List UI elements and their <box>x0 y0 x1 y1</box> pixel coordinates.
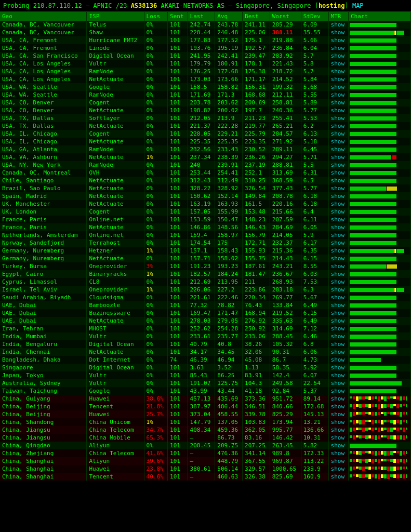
mtr-cell[interactable]: show <box>328 449 348 457</box>
mtr-cell[interactable]: show <box>328 340 348 348</box>
isp-cell: Oneprovider <box>87 262 144 270</box>
mtr-cell[interactable]: show <box>328 21 348 29</box>
mtr-cell[interactable]: show <box>328 208 348 216</box>
mtr-cell[interactable]: show <box>328 177 348 184</box>
mtr-cell[interactable]: show <box>328 184 348 192</box>
mtr-cell[interactable]: show <box>328 262 348 270</box>
mtr-cell[interactable]: show <box>328 52 348 60</box>
stdev-cell: 5.77 <box>301 107 328 114</box>
mtr-cell[interactable]: show <box>328 130 348 138</box>
mtr-cell[interactable]: show <box>328 270 348 278</box>
mtr-cell[interactable]: show <box>328 99 348 107</box>
best-cell: 175.38 <box>243 68 270 75</box>
mtr-cell[interactable]: show <box>328 83 348 91</box>
isp-cell: NetActuate <box>87 200 144 208</box>
stdev-cell: 22.54 <box>301 379 328 387</box>
geo-cell: USA, TX, Dallas <box>0 114 87 122</box>
sent-cell: 101 <box>168 192 188 200</box>
sent-cell: 101 <box>168 426 188 434</box>
table-row: Canada, BC, VancouverShaw0%101228.44246.… <box>0 29 411 36</box>
avg-cell: 125.75 <box>215 379 243 387</box>
mtr-cell[interactable]: show <box>328 145 348 153</box>
best-cell: 103.83 <box>243 418 270 426</box>
mtr-cell[interactable]: show <box>328 387 348 395</box>
mtr-cell[interactable]: show <box>328 379 348 387</box>
sent-cell: 101 <box>168 473 188 481</box>
last-cell: 226.06 <box>188 286 215 294</box>
mtr-cell[interactable]: show <box>328 153 348 161</box>
worst-cell: 232.37 <box>270 239 301 247</box>
isp-cell: NetActuate <box>87 138 144 145</box>
stdev-cell: 5.7 <box>301 52 328 60</box>
mtr-cell[interactable]: show <box>328 278 348 286</box>
table-row: USA, IL, ChicagoNetActuate0%101225.35225… <box>0 138 411 145</box>
mtr-cell[interactable]: show <box>328 192 348 200</box>
mtr-cell[interactable]: show <box>328 107 348 114</box>
chart-cell <box>349 36 411 44</box>
loss-cell: 0% <box>144 208 168 216</box>
mtr-cell[interactable]: show <box>328 75 348 83</box>
mtr-cell[interactable]: show <box>328 301 348 309</box>
mtr-cell[interactable]: show <box>328 36 348 44</box>
mtr-cell[interactable]: show <box>328 200 348 208</box>
mtr-cell[interactable]: show <box>328 91 348 99</box>
geo-cell: France, Paris <box>0 223 87 231</box>
mtr-cell[interactable]: show <box>328 161 348 169</box>
mtr-cell[interactable]: show <box>328 216 348 223</box>
mtr-cell[interactable]: show <box>328 29 348 36</box>
isp-cell: Terrahost <box>87 239 144 247</box>
geo-cell: Saudi Arabia, Riyadh <box>0 294 87 301</box>
mtr-cell[interactable]: show <box>328 332 348 340</box>
mtr-cell[interactable]: show <box>328 294 348 301</box>
mtr-cell[interactable]: show <box>328 231 348 239</box>
table-row: Cyprus, LimassolCL80%101212.69213.952112… <box>0 278 411 286</box>
mtr-cell[interactable]: show <box>328 247 348 255</box>
table-row: Iran, TehranMHOST0%101252.62254.28250.92… <box>0 325 411 332</box>
mtr-cell[interactable]: show <box>328 348 348 356</box>
chart-cell <box>349 387 411 395</box>
last-cell: 237.34 <box>188 153 215 161</box>
mtr-cell[interactable]: show <box>328 395 348 403</box>
mtr-cell[interactable]: show <box>328 473 348 481</box>
mtr-cell[interactable]: show <box>328 317 348 325</box>
geo-cell: Turkey, Bursa <box>0 262 87 270</box>
mtr-cell[interactable]: show <box>328 434 348 442</box>
mtr-cell[interactable]: show <box>328 286 348 294</box>
last-cell: 198.82 <box>188 107 215 114</box>
mtr-cell[interactable]: show <box>328 410 348 418</box>
loss-cell: 0% <box>144 192 168 200</box>
mtr-cell[interactable]: show <box>328 356 348 364</box>
mtr-cell[interactable]: show <box>328 457 348 465</box>
chart-cell <box>349 52 411 60</box>
mtr-cell[interactable]: show <box>328 255 348 262</box>
mtr-cell[interactable]: show <box>328 403 348 410</box>
mtr-cell[interactable]: show <box>328 325 348 332</box>
mtr-cell[interactable]: show <box>328 239 348 247</box>
worst-cell: 285.29 <box>270 21 301 29</box>
mtr-cell[interactable]: show <box>328 169 348 177</box>
geo-cell: Cyprus, Limassol <box>0 278 87 286</box>
geo-cell: USA, GA, Atlanta <box>0 145 87 153</box>
mtr-cell[interactable]: show <box>328 371 348 379</box>
isp-cell: Telus <box>87 21 144 29</box>
mtr-cell[interactable]: show <box>328 68 348 75</box>
mtr-cell[interactable]: show <box>328 442 348 449</box>
mtr-cell[interactable]: show <box>328 60 348 68</box>
stdev-cell: 136.66 <box>301 426 328 434</box>
mtr-cell[interactable]: show <box>328 44 348 52</box>
stdev-cell: 6.46 <box>301 332 328 340</box>
map-link[interactable]: MAP <box>352 2 364 9</box>
mtr-cell[interactable]: show <box>328 426 348 434</box>
mtr-cell[interactable]: show <box>328 465 348 473</box>
mtr-cell[interactable]: show <box>328 364 348 371</box>
mtr-cell[interactable]: show <box>328 122 348 130</box>
asn-link[interactable]: AS38136 <box>131 2 157 9</box>
isp-cell: China Telecom <box>87 426 144 434</box>
mtr-cell[interactable]: show <box>328 309 348 317</box>
last-cell: 182.57 <box>188 270 215 278</box>
mtr-cell[interactable]: show <box>328 138 348 145</box>
mtr-cell[interactable]: show <box>328 114 348 122</box>
mtr-cell[interactable]: show <box>328 223 348 231</box>
table-row: China, QingdaoAliyun0%101208.45209.75207… <box>0 442 411 449</box>
mtr-cell[interactable]: show <box>328 418 348 426</box>
